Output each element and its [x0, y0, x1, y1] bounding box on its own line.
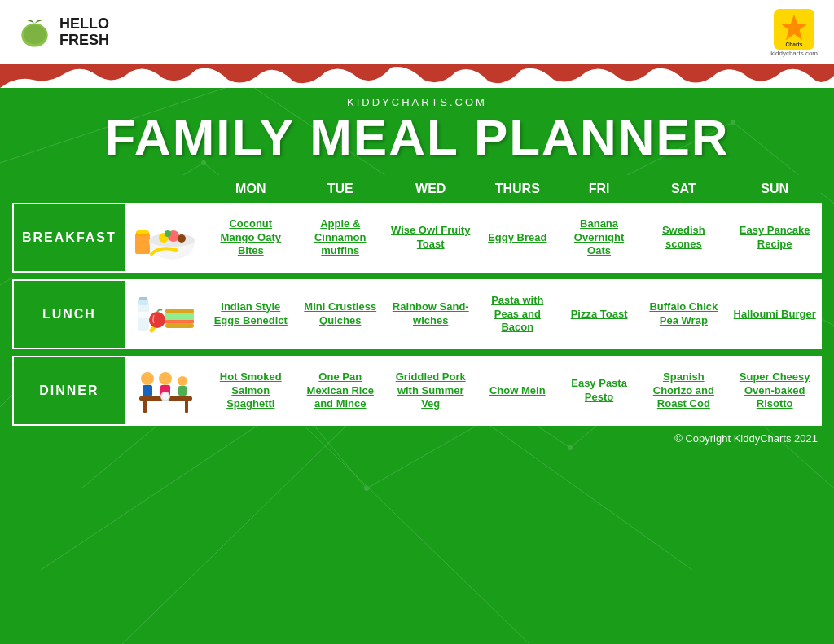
svg-point-53: [149, 312, 165, 328]
dinner-sun-link[interactable]: Super Cheesy Oven-baked Risotto: [732, 370, 817, 412]
kiddycharts-logo: Charts kiddycharts.com: [770, 9, 818, 57]
lunch-icon: [131, 286, 200, 343]
dinner-icon: [131, 362, 200, 419]
svg-point-57: [141, 372, 154, 385]
lunch-icon-cell: [125, 280, 207, 348]
dinner-row: DINNER: [13, 357, 821, 425]
lunch-sun-link[interactable]: Halloumi Burger: [732, 308, 817, 322]
header-tue: TUE: [295, 175, 386, 204]
top-bar: HELLO FRESH Charts kiddycharts.com: [0, 0, 834, 65]
copyright: © Copyright KiddyCharts 2021: [0, 426, 834, 445]
header-icon: [125, 175, 207, 204]
lunch-fri-link[interactable]: Pizza Toast: [564, 308, 634, 322]
breakfast-fri-link[interactable]: Banana Overnight Oats: [564, 217, 634, 259]
breakfast-sun-cell[interactable]: Easy Pancake Recipe: [728, 204, 821, 272]
svg-point-61: [178, 376, 187, 386]
header-logos: HELLO FRESH Charts kiddycharts.com: [0, 0, 834, 65]
lunch-mon-cell[interactable]: Indian Style Eggs Benedict: [207, 280, 295, 348]
header-row: MON TUE WED THURS FRI SAT SUN: [13, 175, 821, 204]
breakfast-sat-link[interactable]: Swedish scones: [643, 224, 724, 252]
svg-rect-62: [178, 386, 187, 396]
lunch-category: LUNCH: [13, 280, 125, 348]
dinner-icon-cell: [125, 357, 207, 425]
lunch-wed-cell[interactable]: Rainbow Sand-wiches: [386, 280, 476, 348]
torn-edge-svg: [0, 64, 834, 88]
lunch-fri-cell[interactable]: Pizza Toast: [560, 280, 639, 348]
separator-2: [13, 348, 821, 357]
lunch-row: LUNCH: [13, 280, 821, 348]
svg-point-32: [24, 24, 46, 43]
dinner-sat-link[interactable]: Spanish Chorizo and Roast Cod: [643, 370, 724, 412]
breakfast-mon-cell[interactable]: Coconut Mango Oaty Bites: [207, 204, 295, 272]
breakfast-wed-link[interactable]: Wise Owl Fruity Toast: [390, 224, 472, 252]
dinner-mon-cell[interactable]: Hot Smoked Salmon Spaghetti: [207, 357, 295, 425]
dinner-sun-cell[interactable]: Super Cheesy Oven-baked Risotto: [728, 357, 821, 425]
breakfast-sun-link[interactable]: Easy Pancake Recipe: [732, 224, 817, 252]
hellofresh-logo: HELLO FRESH: [16, 15, 109, 51]
svg-point-59: [159, 372, 172, 385]
svg-rect-58: [143, 385, 152, 396]
kiddycharts-star-icon: Charts: [774, 9, 814, 50]
lunch-tue-cell[interactable]: Mini Crustless Quiches: [295, 280, 386, 348]
svg-point-64: [162, 393, 169, 400]
kiddycharts-url: kiddycharts.com: [770, 50, 818, 57]
dinner-thurs-cell[interactable]: Chow Mein: [476, 357, 560, 425]
planner-wrapper: HELLO FRESH Charts kiddycharts.com KIDDY…: [0, 0, 834, 644]
breakfast-thurs-link[interactable]: Eggy Bread: [480, 231, 555, 245]
breakfast-icon: [131, 209, 200, 266]
svg-point-43: [178, 234, 186, 243]
title-section: KIDDYCHARTS.COM FAMILY MEAL PLANNER: [0, 88, 834, 175]
dinner-tue-link[interactable]: One Pan Mexican Rice and Mince: [299, 370, 382, 412]
lunch-sat-cell[interactable]: Buffalo Chick Pea Wrap: [639, 280, 728, 348]
header-category: [13, 175, 125, 204]
svg-point-28: [364, 486, 369, 491]
dinner-sat-cell[interactable]: Spanish Chorizo and Roast Cod: [639, 357, 728, 425]
dinner-thurs-link[interactable]: Chow Mein: [480, 384, 555, 398]
svg-rect-47: [139, 297, 147, 300]
hellofresh-text: HELLO FRESH: [59, 16, 109, 49]
breakfast-fri-cell[interactable]: Banana Overnight Oats: [560, 204, 639, 272]
hellofresh-lemon-icon: [16, 15, 53, 51]
svg-rect-55: [143, 401, 147, 413]
svg-point-44: [165, 230, 171, 237]
dinner-category: DINNER: [13, 357, 125, 425]
dinner-fri-cell[interactable]: Easy Pasta Pesto: [560, 357, 639, 425]
header-fri: FRI: [560, 175, 639, 204]
header-sun: SUN: [728, 175, 821, 204]
svg-rect-52: [165, 323, 194, 328]
lunch-mon-link[interactable]: Indian Style Eggs Benedict: [211, 300, 291, 328]
breakfast-sat-cell[interactable]: Swedish scones: [639, 204, 728, 272]
dinner-wed-cell[interactable]: Griddled Pork with Summer Veg: [386, 357, 476, 425]
breakfast-tue-link[interactable]: Apple & Cinnamon muffins: [299, 217, 382, 259]
planner-container: MON TUE WED THURS FRI SAT SUN BREAKFAST: [0, 175, 834, 426]
meal-planner-table: MON TUE WED THURS FRI SAT SUN BREAKFAST: [12, 175, 822, 426]
svg-rect-49: [165, 309, 194, 313]
breakfast-category: BREAKFAST: [13, 204, 125, 272]
svg-rect-50: [165, 313, 194, 320]
svg-rect-56: [185, 401, 188, 413]
header-sat: SAT: [639, 175, 728, 204]
breakfast-mon-link[interactable]: Coconut Mango Oaty Bites: [211, 217, 291, 259]
svg-rect-48: [138, 312, 149, 318]
lunch-wed-link[interactable]: Rainbow Sand-wiches: [390, 300, 472, 328]
header-wed: WED: [386, 175, 476, 204]
breakfast-icon-cell: [125, 204, 207, 272]
lunch-tue-link[interactable]: Mini Crustless Quiches: [299, 300, 382, 328]
lunch-thurs-cell[interactable]: Pasta with Peas and Bacon: [476, 280, 560, 348]
lunch-sun-cell[interactable]: Halloumi Burger: [728, 280, 821, 348]
svg-point-38: [136, 230, 149, 234]
breakfast-wed-cell[interactable]: Wise Owl Fruity Toast: [386, 204, 476, 272]
breakfast-tue-cell[interactable]: Apple & Cinnamon muffins: [295, 204, 386, 272]
header-thurs: THURS: [476, 175, 560, 204]
svg-point-26: [568, 445, 573, 450]
dinner-mon-link[interactable]: Hot Smoked Salmon Spaghetti: [211, 370, 291, 412]
lunch-sat-link[interactable]: Buffalo Chick Pea Wrap: [643, 300, 724, 328]
lunch-thurs-link[interactable]: Pasta with Peas and Bacon: [480, 294, 555, 335]
website-url: KIDDYCHARTS.COM: [0, 96, 834, 108]
dinner-tue-cell[interactable]: One Pan Mexican Rice and Mince: [295, 357, 386, 425]
svg-text:Charts: Charts: [786, 41, 803, 46]
main-title: FAMILY MEAL PLANNER: [0, 112, 834, 163]
dinner-wed-link[interactable]: Griddled Pork with Summer Veg: [390, 370, 472, 412]
breakfast-thurs-cell[interactable]: Eggy Bread: [476, 204, 560, 272]
dinner-fri-link[interactable]: Easy Pasta Pesto: [564, 377, 634, 405]
